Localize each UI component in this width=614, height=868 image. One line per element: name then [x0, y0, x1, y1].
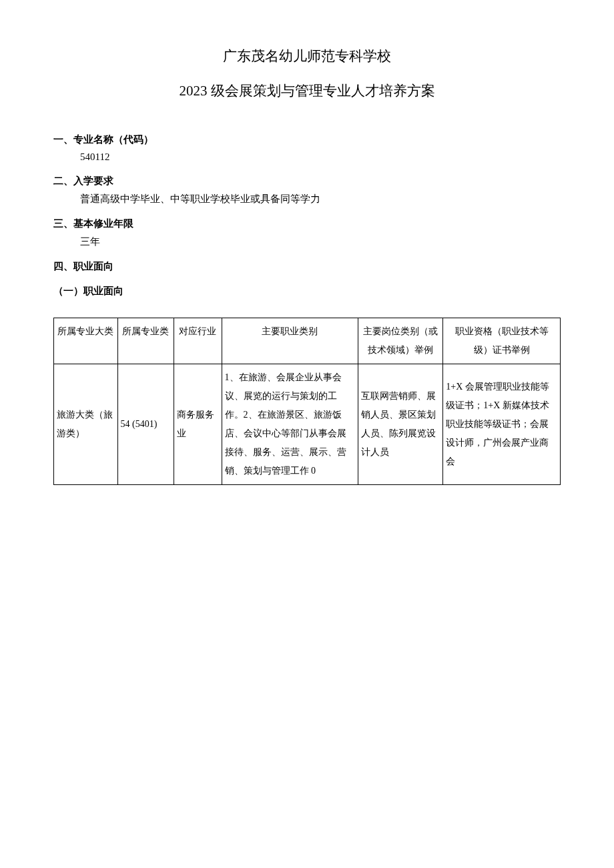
cell-industry: 商务服务业 [174, 364, 222, 485]
career-table: 所属专业大类 所属专业类 对应行业 主要职业类别 主要岗位类别（或技术领域）举例… [53, 318, 561, 485]
th-major-category: 所属专业大类 [54, 318, 118, 364]
th-occupation: 主要职业类别 [222, 318, 358, 364]
section-2-heading: 二、入学要求 [53, 175, 561, 187]
section-1-heading: 一、专业名称（代码） [53, 133, 561, 146]
th-certificate: 职业资格（职业技术等级）证书举例 [443, 318, 561, 364]
table-header-row: 所属专业大类 所属专业类 对应行业 主要职业类别 主要岗位类别（或技术领域）举例… [54, 318, 561, 364]
cell-position: 互联网营销师、展销人员、景区策划人员、陈列展览设计人员 [358, 364, 443, 485]
th-major-class: 所属专业类 [117, 318, 174, 364]
cell-certificate: 1+X 会展管理职业技能等级证书；1+X 新媒体技术职业技能等级证书；会展设计师… [443, 364, 561, 485]
section-4-sub: （一）职业面向 [53, 285, 561, 298]
section-1-body: 540112 [80, 151, 561, 163]
th-position: 主要岗位类别（或技术领域）举例 [358, 318, 443, 364]
cell-major-category: 旅游大类（旅游类） [54, 364, 118, 485]
th-industry: 对应行业 [174, 318, 222, 364]
section-3-body: 三年 [80, 236, 561, 248]
section-2-body: 普通高级中学毕业、中等职业学校毕业或具备同等学力 [80, 193, 561, 205]
section-3-heading: 三、基本修业年限 [53, 218, 561, 230]
section-4-heading: 四、职业面向 [53, 260, 561, 273]
table-row: 旅游大类（旅游类） 54 (5401) 商务服务业 1、在旅游、会展企业从事会议… [54, 364, 561, 485]
school-name: 广东茂名幼儿师范专科学校 [53, 47, 561, 65]
doc-title: 2023 级会展策划与管理专业人才培养方案 [53, 81, 561, 100]
cell-major-class: 54 (5401) [117, 364, 174, 485]
cell-occupation: 1、在旅游、会展企业从事会议、展览的运行与策划的工作。2、在旅游景区、旅游饭店、… [222, 364, 358, 485]
